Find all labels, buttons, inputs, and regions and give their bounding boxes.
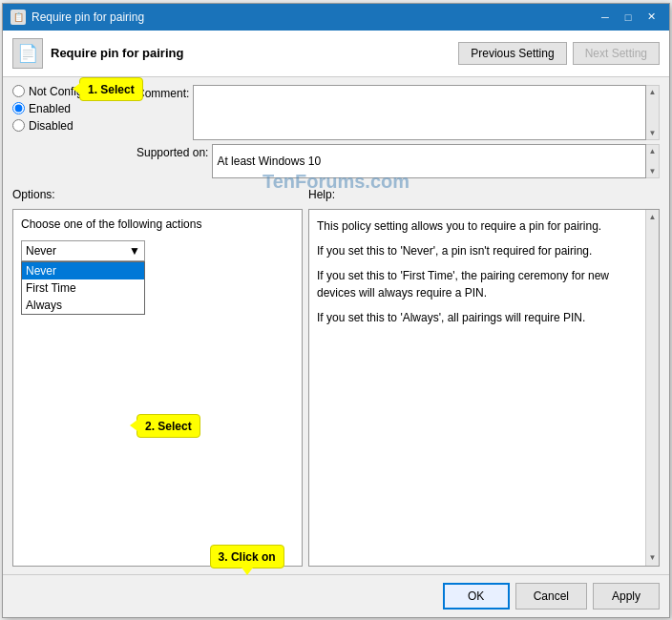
supported-text: At least Windows 10 — [217, 155, 321, 168]
top-section: Not Configured Enabled Disabled Comment: — [12, 85, 660, 178]
supported-value-wrapper: At least Windows 10 ▲ ▼ — [212, 144, 660, 178]
annotation-arrow-1 — [73, 83, 80, 94]
section-labels-row: Options: Help: — [12, 188, 660, 201]
supported-scroll-down[interactable]: ▼ — [649, 167, 657, 176]
help-para-3: If you set this to 'First Time', the pai… — [317, 267, 651, 301]
not-configured-radio[interactable] — [12, 85, 25, 97]
dialog-body: Not Configured Enabled Disabled Comment: — [3, 77, 669, 574]
dialog-header-left: 📄 Require pin for pairing — [12, 38, 183, 69]
dropdown-area: Never ▼ Never First Time Always — [21, 240, 294, 261]
options-title: Options: — [12, 188, 55, 201]
supported-value: At least Windows 10 — [212, 144, 646, 178]
disabled-row: Disabled — [12, 119, 136, 133]
disabled-label: Disabled — [29, 119, 74, 133]
supported-section: Supported on: At least Windows 10 ▲ ▼ — [136, 144, 660, 178]
annotation-step2-text: 2. Select — [145, 420, 192, 433]
comment-section: Comment: ▲ ▼ — [136, 85, 660, 140]
help-title-area: Help: — [308, 188, 660, 201]
annotation-step1-text: 1. Select — [88, 83, 135, 96]
dropdown-arrow-icon: ▼ — [129, 244, 140, 258]
dropdown-item-first-time[interactable]: First Time — [22, 279, 144, 297]
policy-icon: 📄 — [12, 38, 43, 69]
maximize-button[interactable]: □ — [618, 9, 639, 26]
previous-setting-button[interactable]: Previous Setting — [458, 42, 566, 65]
disabled-radio[interactable] — [12, 119, 25, 132]
help-content: This policy setting allows you to requir… — [308, 209, 660, 567]
annotation-arrow-3 — [242, 568, 253, 575]
header-buttons: Previous Setting Next Setting — [458, 42, 660, 65]
main-window: 📋 Require pin for pairing ─ □ ✕ 📄 Requir… — [2, 3, 670, 618]
help-title: Help: — [308, 188, 335, 201]
annotation-arrow-2 — [130, 420, 137, 431]
help-scroll-up[interactable]: ▲ — [649, 212, 657, 223]
help-scrollbar[interactable]: ▲ ▼ — [645, 210, 659, 566]
comment-label: Comment: — [136, 85, 189, 100]
supported-label: Supported on: — [136, 144, 208, 159]
enabled-label: Enabled — [29, 102, 71, 115]
next-setting-button[interactable]: Next Setting — [573, 42, 660, 65]
enabled-row: Enabled — [12, 102, 136, 115]
comment-input-wrapper: ▲ ▼ — [193, 85, 660, 140]
options-title-area: Options: — [12, 188, 308, 201]
annotation3-area: 3. Click on — [12, 583, 437, 610]
dropdown-value: Never — [26, 244, 56, 258]
dialog-title: Require pin for pairing — [51, 46, 183, 60]
help-para-4: If you set this to 'Always', all pairing… — [317, 309, 651, 326]
dialog-header: 📄 Require pin for pairing Previous Setti… — [3, 31, 669, 77]
comment-scroll-down[interactable]: ▼ — [649, 129, 657, 137]
annotation-step1: 1. Select — [79, 77, 143, 101]
comment-textarea[interactable] — [193, 85, 646, 140]
dropdown-item-never[interactable]: Never — [22, 262, 144, 279]
dialog-footer: 3. Click on OK Cancel Apply — [3, 574, 669, 617]
comment-supported-section: Comment: ▲ ▼ Supported on: At least — [136, 85, 660, 178]
apply-button[interactable]: Apply — [593, 583, 660, 610]
title-bar: 📋 Require pin for pairing ─ □ ✕ — [3, 4, 669, 31]
window-title: Require pin for pairing — [32, 10, 595, 24]
help-para-1: This policy setting allows you to requir… — [317, 217, 651, 235]
dropdown-item-always[interactable]: Always — [22, 297, 144, 314]
ok-button[interactable]: OK — [443, 583, 510, 610]
options-help-row: Choose one of the following actions Neve… — [12, 209, 660, 567]
enabled-radio[interactable] — [12, 102, 25, 114]
dropdown-menu: Never First Time Always — [21, 261, 145, 315]
title-buttons: ─ □ ✕ — [595, 9, 662, 26]
help-scroll-down[interactable]: ▼ — [649, 552, 657, 564]
options-content: Choose one of the following actions Neve… — [12, 209, 303, 567]
cancel-button[interactable]: Cancel — [515, 583, 587, 610]
options-section: Choose one of the following actions Neve… — [12, 209, 308, 567]
window-icon: 📋 — [10, 10, 26, 25]
supported-scroll-up[interactable]: ▲ — [649, 147, 657, 155]
help-para-2: If you set this to 'Never', a pin isn't … — [317, 242, 651, 259]
annotation-step3: 3. Click on — [210, 545, 284, 568]
minimize-button[interactable]: ─ — [595, 9, 616, 26]
dropdown-button[interactable]: Never ▼ — [21, 240, 145, 261]
close-button[interactable]: ✕ — [640, 9, 662, 26]
choose-label: Choose one of the following actions — [21, 217, 294, 231]
annotation-step3-text: 3. Click on — [219, 550, 276, 564]
annotation-step2: 2. Select — [136, 414, 200, 438]
help-section: This policy setting allows you to requir… — [308, 209, 660, 567]
comment-scroll-up[interactable]: ▲ — [649, 88, 657, 96]
